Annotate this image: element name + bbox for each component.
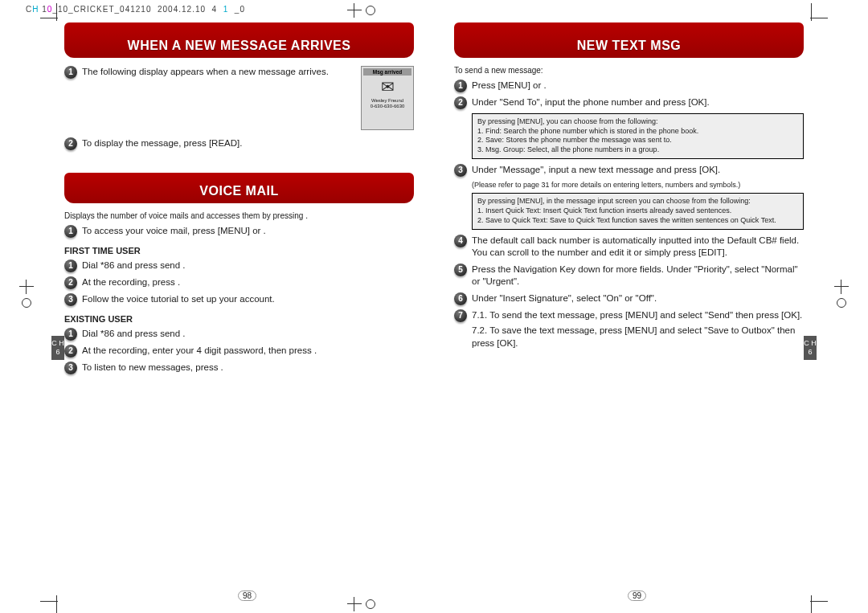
step-number-icon: 2 <box>64 276 77 289</box>
envelope-icon: ✉ <box>363 79 411 95</box>
step-number-icon: 2 <box>454 96 467 109</box>
crop-mark <box>56 3 57 21</box>
screen-phone-number: 0-630-630-6630 <box>363 104 411 109</box>
page-left: WHEN A NEW MESSAGE ARRIVES 1 Msg arrived… <box>56 22 422 599</box>
step-item: 3To listen to new messages, press . <box>64 362 414 374</box>
crop-mark <box>40 601 58 602</box>
step-text: Press the Navigation Key down for more f… <box>472 264 804 288</box>
step-text: Under "Send To", input the phone number … <box>472 96 804 109</box>
step-text: Follow the voice tutorial to set up your… <box>82 293 414 306</box>
step-item: 3Under "Message", input a new text messa… <box>454 164 804 177</box>
register-circle-icon <box>19 296 34 310</box>
screen-contact: Wesley Freund <box>363 98 411 104</box>
register-mark <box>347 3 362 18</box>
section-header: VOICE MAIL <box>64 173 414 203</box>
step-item: 2At the recording, press . <box>64 276 414 289</box>
step-text: The following display appears when a new… <box>82 67 329 76</box>
step-item: 1Dial *86 and press send . <box>64 260 414 272</box>
phone-screen-graphic: Msg arrived ✉ Wesley Freund 0-630-630-66… <box>361 66 414 130</box>
section-header: WHEN A NEW MESSAGE ARRIVES <box>64 22 414 58</box>
manual-spread: CH 10_10_CRICKET_041210 2004.12.10 4 1 _… <box>0 0 868 613</box>
register-circle-icon <box>834 296 849 310</box>
info-box-line: 1. Insert Quick Text: Insert Quick Text … <box>477 206 798 216</box>
step-item: 2Under "Send To", input the phone number… <box>454 96 804 109</box>
inline-note: (Please refer to page 31 for more detail… <box>472 181 804 190</box>
crop-mark <box>40 18 58 18</box>
step-number-icon: 3 <box>454 164 467 177</box>
info-box-line: 2. Save: Stores the phone number the mes… <box>477 136 798 145</box>
sub-heading: FIRST TIME USER <box>64 246 414 255</box>
section-header: NEW TEXT MSG <box>454 22 804 58</box>
step-text: To listen to new messages, press . <box>82 362 414 374</box>
file-header: CH 10_10_CRICKET_041210 2004.12.10 4 1 _… <box>26 5 245 14</box>
step-item: 7 7.1. To send the text message, press [… <box>454 309 804 350</box>
step-item: 2 To display the message, press [READ]. <box>64 137 414 150</box>
step-item: 2At the recording, enter your 4 digit pa… <box>64 345 414 358</box>
step-text: 7.1. To send the text message, press [ME… <box>472 309 804 350</box>
info-box-line: 3. Msg. Group: Select, all the phone num… <box>477 145 798 155</box>
step-text: To display the message, press [READ]. <box>82 137 414 150</box>
section-intro: To send a new message: <box>454 66 804 75</box>
info-box: By pressing [MENU], in the message input… <box>472 193 804 229</box>
step-number-icon: 3 <box>64 293 77 306</box>
step-text: At the recording, press . <box>82 276 414 289</box>
step-item: 3Follow the voice tutorial to set up you… <box>64 293 414 306</box>
step-number-icon: 1 <box>64 225 77 238</box>
step-text: Under "Insert Signature", select "On" or… <box>472 292 804 305</box>
screen-title: Msg arrived <box>363 68 411 76</box>
step-item: 1 To access your voice mail, press [MENU… <box>64 225 414 238</box>
step-text: Dial *86 and press send . <box>82 328 414 341</box>
section-intro: Displays the number of voice mails and a… <box>64 211 414 220</box>
step-item: 1Press [MENU] or . <box>454 80 804 92</box>
step-number-icon: 4 <box>454 235 467 247</box>
step-number-icon: 3 <box>64 362 77 374</box>
step-number-icon: 1 <box>64 260 77 272</box>
step-item: 4The default call back number is automat… <box>454 235 804 260</box>
step-subline: 7.1. To send the text message, press [ME… <box>472 309 804 322</box>
page-number: 98 <box>64 591 430 600</box>
step-text: At the recording, enter your 4 digit pas… <box>82 345 414 358</box>
step-number-icon: 2 <box>64 345 77 358</box>
crop-mark <box>811 3 812 21</box>
register-circle-icon <box>363 3 378 18</box>
info-box-line: 1. Find: Search the phone number which i… <box>477 127 798 137</box>
crop-mark <box>810 601 828 602</box>
step-text: Dial *86 and press send . <box>82 260 414 272</box>
page-right: NEW TEXT MSG To send a new message: 1Pre… <box>446 22 812 599</box>
step-text: Press [MENU] or . <box>472 80 804 92</box>
step-text: The default call back number is automati… <box>472 235 804 260</box>
info-box-lead: By pressing [MENU], you can choose from … <box>477 117 798 127</box>
info-box-lead: By pressing [MENU], in the message input… <box>477 197 798 206</box>
info-box: By pressing [MENU], you can choose from … <box>472 113 804 159</box>
step-item: 1 Msg arrived ✉ Wesley Freund 0-630-630-… <box>64 66 414 133</box>
step-number-icon: 1 <box>64 66 77 79</box>
register-mark <box>19 280 34 294</box>
register-mark <box>834 280 849 294</box>
step-item: 1Dial *86 and press send . <box>64 328 414 341</box>
page-number: 99 <box>454 591 820 600</box>
crop-mark <box>810 18 828 18</box>
sub-heading: EXISTING USER <box>64 314 414 324</box>
step-item: 6Under "Insert Signature", select "On" o… <box>454 292 804 305</box>
step-number-icon: 1 <box>64 328 77 341</box>
step-subline: 7.2. To save the text message, press [ME… <box>472 325 804 349</box>
step-item: 5Press the Navigation Key down for more … <box>454 264 804 288</box>
step-number-icon: 1 <box>454 80 467 92</box>
step-text: Under "Message", input a new text messag… <box>472 164 804 177</box>
step-text: To access your voice mail, press [MENU] … <box>82 225 414 238</box>
step-number-icon: 2 <box>64 137 77 150</box>
step-number-icon: 6 <box>454 292 467 305</box>
step-number-icon: 7 <box>454 309 467 322</box>
info-box-line: 2. Save to Quick Text: Save to Quick Tex… <box>477 216 798 226</box>
step-number-icon: 5 <box>454 264 467 276</box>
